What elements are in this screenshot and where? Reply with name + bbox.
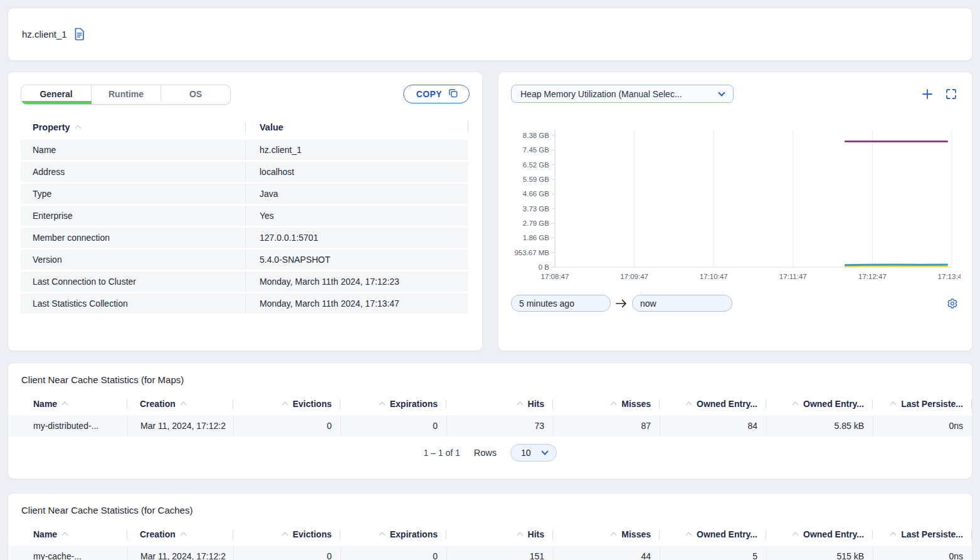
column-header-misses[interactable]: Misses [553,529,660,539]
client-title-card: hz.client_1 [8,8,972,61]
arrow-right-icon [615,298,628,309]
table-row: Type Java [21,184,468,204]
section-title-maps: Client Near Cache Statistics (for Maps) [21,374,972,385]
document-icon[interactable] [73,28,85,41]
heap-memory-chart: 17:08:4717:09:4717:10:4717:11:4717:12:47… [511,125,959,285]
tab-os[interactable]: OS [161,85,230,101]
column-header-owned-entry-count[interactable]: Owned Entry... [660,399,766,409]
column-header-hits[interactable]: Hits [446,529,553,539]
rows-per-page-label: Rows [474,448,497,458]
sort-caret-icon [62,402,68,408]
column-header-property[interactable]: Property [21,122,245,132]
teal-line [845,265,948,265]
column-header-name[interactable]: Name [8,399,127,409]
sort-caret-icon [793,402,799,408]
column-header-owned-entry-memory[interactable]: Owned Entry... [766,529,873,539]
column-header-value: Value [245,122,468,132]
svg-text:6.52 GB: 6.52 GB [523,161,550,169]
near-cache-caches-card: Client Near Cache Statistics (for Caches… [8,493,972,560]
page: hz.client_1 General Runtime OS COPY [0,0,980,560]
column-header-evictions[interactable]: Evictions [233,529,340,539]
sort-caret-icon [62,532,68,539]
cell-misses: 87 [553,415,660,436]
table-row[interactable]: my-distributed-... Mar 11, 2024, 17:12:2… [8,415,972,436]
table-row: Version 5.4.0-SNAPSHOT [21,250,468,270]
sort-caret-icon [517,402,523,408]
cell-last-persistence: 0ns [873,415,972,436]
property-label: Name [21,140,245,160]
sort-caret-icon [890,532,897,539]
table-row: Member connection 127.0.0.1:5701 [21,228,468,248]
sort-caret-icon [686,402,692,408]
sort-caret-icon [890,402,897,408]
column-header-last-persistence[interactable]: Last Persiste... [873,399,972,409]
time-from-input[interactable]: 5 minutes ago [511,295,611,312]
cell-owned-entry-memory: 5.85 kB [766,415,873,436]
column-header-name[interactable]: Name [8,529,127,539]
cell-owned-entry-count: 84 [660,415,766,436]
sort-caret-icon [379,532,385,539]
cell-owned-entry-memory: 515 kB [766,546,873,560]
cell-hits: 73 [446,415,553,436]
property-value: Monday, March 11th 2024, 17:12:23 [245,272,468,292]
column-header-misses[interactable]: Misses [553,399,660,409]
svg-text:2.79 GB: 2.79 GB [523,219,550,227]
gear-icon[interactable] [946,298,959,309]
cell-expirations: 0 [340,546,446,560]
rows-per-page-select[interactable]: 10 [510,444,557,462]
fullscreen-icon[interactable] [944,87,958,101]
copy-icon [447,87,459,101]
property-value: Monday, March 11th 2024, 17:13:47 [245,293,468,314]
column-header-hits[interactable]: Hits [446,399,553,409]
metric-selector-dropdown[interactable]: Heap Memory Utilization (Manual Selec... [511,85,734,103]
copy-button[interactable]: COPY [403,85,470,103]
table-row: Last Connection to Cluster Monday, March… [21,272,468,292]
sort-caret-icon [611,402,617,408]
column-header-creation[interactable]: Creation [127,529,233,539]
cell-name: my-distributed-... [8,415,127,436]
time-to-input[interactable]: now [632,295,732,312]
svg-text:8.38 GB: 8.38 GB [523,132,550,139]
detail-tabs: General Runtime OS [21,85,231,105]
tab-general[interactable]: General [21,85,91,101]
column-header-last-persistence[interactable]: Last Persiste... [873,529,972,539]
property-label: Last Statistics Collection [21,293,245,314]
svg-text:17:10:47: 17:10:47 [700,273,728,280]
svg-text:953.67 MB: 953.67 MB [514,249,549,256]
tab-runtime[interactable]: Runtime [91,85,161,101]
property-label: Member connection [21,228,245,248]
table-row[interactable]: my-cache-... Mar 11, 2024, 17:12:2 0 0 1… [8,546,972,560]
add-chart-button[interactable] [920,87,934,101]
svg-text:17:12:47: 17:12:47 [858,273,887,280]
cell-creation: Mar 11, 2024, 17:12:2 [127,415,233,436]
column-header-expirations[interactable]: Expirations [340,399,446,409]
page-title: hz.client_1 [22,29,67,40]
rows-per-page-value: 10 [521,448,531,458]
column-header-expirations[interactable]: Expirations [340,529,446,539]
svg-text:17:09:47: 17:09:47 [620,273,648,280]
metric-selector-value: Heap Memory Utilization (Manual Selec... [520,89,682,99]
property-label: Enterprise [21,206,245,226]
cell-evictions: 0 [233,415,340,436]
column-header-creation[interactable]: Creation [127,399,233,409]
svg-text:17:08:47: 17:08:47 [541,273,569,280]
svg-text:17:11:47: 17:11:47 [779,273,807,280]
sort-caret-icon [180,402,186,408]
property-label: Type [21,184,245,204]
property-value: 5.4.0-SNAPSHOT [245,250,468,270]
sort-caret-icon [180,532,186,539]
sort-caret-icon [282,402,288,408]
property-value: localhost [245,162,468,182]
pagination: 1 – 1 of 1 Rows 10 [8,444,972,462]
column-header-evictions[interactable]: Evictions [233,399,340,409]
sort-caret-icon [282,532,288,539]
column-header-owned-entry-count[interactable]: Owned Entry... [660,529,766,539]
property-value: Java [245,184,468,204]
svg-text:4.66 GB: 4.66 GB [523,190,550,198]
column-header-owned-entry-memory[interactable]: Owned Entry... [766,399,873,409]
property-label: Address [21,162,245,182]
pagination-range: 1 – 1 of 1 [423,448,460,458]
active-tab-indicator [21,101,92,104]
table-row: Enterprise Yes [21,206,468,226]
svg-text:3.73 GB: 3.73 GB [523,205,550,213]
